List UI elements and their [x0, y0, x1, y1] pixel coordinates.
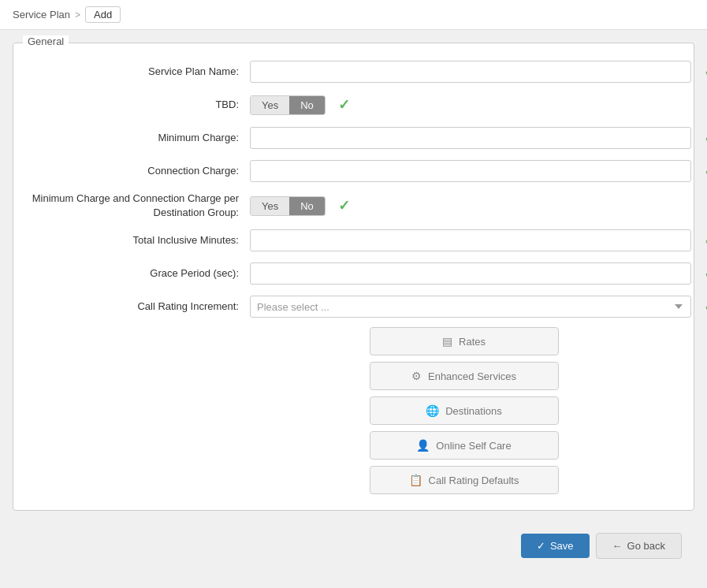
calc-icon: 📋	[409, 474, 422, 486]
save-button[interactable]: ✓ Save	[521, 534, 590, 558]
minimum-charge-input[interactable]	[250, 127, 691, 149]
save-check-icon: ✓	[537, 540, 545, 552]
destinations-button[interactable]: 🌐 Destinations	[370, 396, 559, 425]
go-back-arrow-icon: ←	[612, 540, 623, 552]
breadcrumb-current: Add	[85, 6, 121, 23]
call-rating-defaults-button[interactable]: 📋 Call Rating Defaults	[370, 466, 559, 494]
service-plan-name-row: Service Plan Name: ✓	[29, 59, 678, 84]
minimum-charge-row: Minimum Charge: ✓	[29, 125, 678, 151]
connection-charge-row: Connection Charge: ✓	[29, 158, 678, 184]
minimum-charge-check: ✓	[704, 131, 707, 145]
tbd-label: TBD:	[29, 98, 250, 112]
destinations-label: Destinations	[445, 405, 502, 417]
section-title: General	[23, 35, 69, 47]
breadcrumb: Service Plan > Add	[0, 0, 707, 30]
tbd-toggle-group: Yes No	[250, 95, 326, 115]
tbd-yes-button[interactable]: Yes	[251, 96, 289, 114]
total-inclusive-label: Total Inclusive Minutes:	[29, 233, 250, 247]
person-icon: 👤	[416, 439, 430, 452]
tbd-check: ✓	[338, 98, 350, 112]
breadcrumb-separator: >	[75, 9, 80, 20]
total-inclusive-input[interactable]	[250, 229, 691, 251]
call-rating-increment-check: ✓	[704, 300, 707, 314]
call-rating-increment-select[interactable]: Please select ...	[250, 296, 691, 318]
online-self-care-label: Online Self Care	[436, 440, 511, 452]
call-rating-increment-row: Call Rating Increment: Please select ...…	[29, 294, 678, 319]
breadcrumb-parent[interactable]: Service Plan	[13, 9, 70, 20]
min-conn-no-button[interactable]: No	[289, 197, 325, 215]
gear-icon: ⚙	[411, 370, 422, 382]
main-content: General Service Plan Name: ✓ TBD: Yes No…	[0, 30, 707, 581]
service-plan-name-input[interactable]	[250, 61, 691, 83]
rates-button[interactable]: ▤ Rates	[370, 327, 559, 355]
connection-charge-check: ✓	[704, 164, 707, 178]
minimum-charge-control: ✓	[250, 127, 707, 149]
online-self-care-button[interactable]: 👤 Online Self Care	[370, 431, 559, 460]
connection-charge-label: Connection Charge:	[29, 164, 250, 178]
min-conn-toggle-group: Yes No	[250, 196, 326, 216]
go-back-label: Go back	[627, 540, 665, 552]
grace-period-check: ✓	[704, 266, 707, 281]
min-conn-charge-label: Minimum Charge and Connection Charge per…	[29, 192, 250, 220]
save-label: Save	[550, 540, 574, 552]
min-conn-check: ✓	[338, 199, 350, 213]
call-rating-defaults-label: Call Rating Defaults	[429, 474, 519, 486]
enhanced-services-label: Enhanced Services	[428, 370, 516, 382]
globe-icon: 🌐	[426, 404, 439, 417]
total-inclusive-row: Total Inclusive Minutes: ✓	[29, 228, 678, 253]
grace-period-control: ✓	[250, 262, 707, 285]
service-plan-name-control: ✓	[250, 61, 707, 83]
connection-charge-control: ✓	[250, 160, 707, 182]
grace-period-input[interactable]	[250, 262, 691, 285]
min-conn-charge-row: Minimum Charge and Connection Charge per…	[29, 192, 678, 220]
call-rating-increment-label: Call Rating Increment:	[29, 300, 250, 314]
grace-period-row: Grace Period (sec): ✓	[29, 261, 678, 286]
connection-charge-input[interactable]	[250, 160, 691, 182]
rates-label: Rates	[459, 336, 486, 348]
service-plan-name-label: Service Plan Name:	[29, 65, 250, 79]
tbd-no-button[interactable]: No	[289, 96, 325, 114]
tbd-row: TBD: Yes No ✓	[29, 92, 678, 117]
action-buttons-container: ▤ Rates ⚙ Enhanced Services 🌐 Destinatio…	[250, 327, 678, 494]
rates-icon: ▤	[442, 335, 452, 348]
total-inclusive-control: ✓	[250, 229, 707, 251]
go-back-button[interactable]: ← Go back	[596, 533, 682, 559]
min-conn-charge-control: Yes No ✓	[250, 196, 678, 216]
service-plan-name-check: ✓	[704, 65, 707, 79]
tbd-control: Yes No ✓	[250, 95, 678, 115]
min-conn-yes-button[interactable]: Yes	[251, 197, 289, 215]
minimum-charge-label: Minimum Charge:	[29, 131, 250, 145]
total-inclusive-check: ✓	[704, 233, 707, 247]
call-rating-increment-control: Please select ... ✓	[250, 296, 707, 318]
grace-period-label: Grace Period (sec):	[29, 266, 250, 281]
general-section: General Service Plan Name: ✓ TBD: Yes No…	[13, 43, 694, 511]
bottom-bar: ✓ Save ← Go back	[13, 523, 694, 568]
enhanced-services-button[interactable]: ⚙ Enhanced Services	[370, 362, 559, 390]
